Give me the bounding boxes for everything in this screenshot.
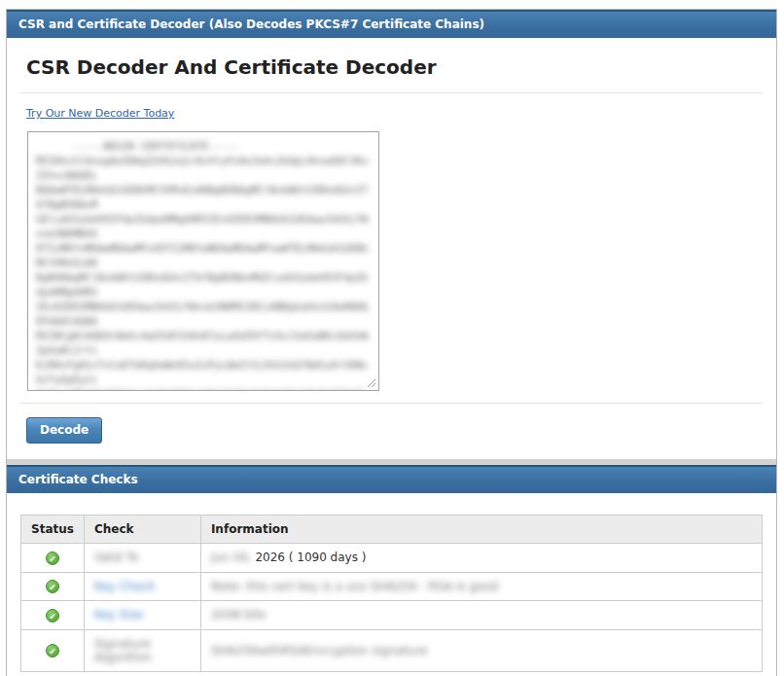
csr-input-textarea[interactable]: -----BEGIN CERTIFICATE----- MIIDkzCCAnug…: [27, 131, 379, 391]
table-row: ✔ Key Check Note: this cert key is a xxx…: [21, 572, 763, 601]
check-cell: Key Size: [84, 601, 200, 630]
green-check-icon: ✔: [46, 609, 59, 623]
blurred-info-text: Jun 04,: [211, 551, 252, 564]
blurred-csr-content: -----BEGIN CERTIFICATE----- MIIDkzCCAnug…: [28, 132, 378, 391]
button-divider: [20, 403, 763, 404]
table-row: ✔ Valid To Jun 04, 2026 ( 1090 days ): [21, 544, 763, 573]
certificate-checks-panel-header: Certificate Checks: [7, 465, 776, 493]
table-row: ✔ Signature Algorithm SHA256withRSAEncry…: [21, 629, 763, 671]
table-row: ✔ Key Size 2048 bits: [21, 601, 763, 630]
status-cell: ✔: [21, 544, 85, 573]
page-container: CSR and Certificate Decoder (Also Decode…: [6, 9, 777, 676]
blurred-check-link[interactable]: Key Check: [94, 580, 155, 593]
decode-button[interactable]: Decode: [26, 417, 102, 444]
title-divider: [20, 92, 763, 93]
csr-decoder-panel-header: CSR and Certificate Decoder (Also Decode…: [7, 10, 776, 38]
check-cell: Signature Algorithm: [84, 629, 200, 671]
green-check-icon: ✔: [46, 644, 59, 658]
check-cell: Valid To: [84, 544, 200, 573]
try-new-decoder-link[interactable]: Try Our New Decoder Today: [26, 107, 174, 120]
blurred-info-text: SHA256withRSAEncryption signature: [211, 644, 427, 658]
green-check-icon: ✔: [46, 551, 59, 565]
status-cell: ✔: [21, 601, 85, 630]
visible-info-text: 2026 ( 1090 days ): [255, 551, 366, 564]
column-header-status: Status: [21, 516, 85, 544]
status-cell: ✔: [21, 572, 85, 601]
information-cell: Note: this cert key is a xxx SHA256 - RS…: [200, 572, 762, 601]
status-cell: ✔: [21, 629, 85, 671]
blurred-info-text: Note: this cert key is a xxx SHA256 - RS…: [211, 580, 498, 593]
certificate-checks-body: Status Check Information ✔ Valid To: [7, 493, 776, 676]
blurred-check-label: Valid To: [94, 551, 138, 564]
csr-decoder-panel: CSR and Certificate Decoder (Also Decode…: [7, 10, 776, 459]
check-cell: Key Check: [84, 572, 200, 601]
csr-decoder-panel-body: CSR Decoder And Certificate Decoder Try …: [7, 38, 776, 459]
blurred-check-link[interactable]: Key Size: [94, 608, 143, 622]
information-cell: Jun 04, 2026 ( 1090 days ): [200, 544, 762, 573]
textarea-resize-grip-icon[interactable]: [365, 376, 376, 388]
information-cell: SHA256withRSAEncryption signature: [200, 629, 762, 671]
blurred-info-text: 2048 bits: [211, 608, 266, 622]
page-title: CSR Decoder And Certificate Decoder: [20, 48, 763, 89]
certificate-checks-panel: Certificate Checks Status Check Informat…: [7, 465, 776, 676]
column-header-information: Information: [200, 516, 762, 544]
blurred-check-label: Signature Algorithm: [94, 637, 152, 664]
green-check-icon: ✔: [46, 580, 59, 593]
information-cell: 2048 bits: [200, 601, 762, 630]
certificate-checks-table: Status Check Information ✔ Valid To: [20, 515, 763, 672]
table-header-row: Status Check Information: [21, 516, 763, 544]
column-header-check: Check: [84, 516, 200, 544]
